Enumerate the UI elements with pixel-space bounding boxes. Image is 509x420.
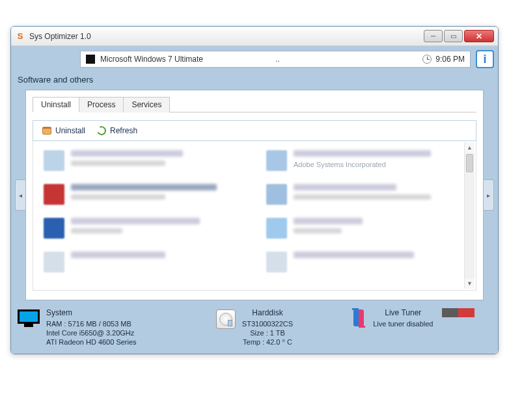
app-icon	[44, 150, 64, 171]
app-name	[294, 150, 431, 157]
tuner-icon	[353, 309, 364, 326]
windows-logo-icon	[86, 55, 95, 64]
hdd-temp: Temp : 42.0 ° C	[242, 338, 293, 346]
app-vendor	[71, 194, 165, 200]
app-name	[71, 150, 183, 157]
main-panel: Uninstall Process Services Uninstall Ref…	[25, 90, 484, 300]
topbar: Microsoft Windows 7 Ultimate .. 9:06 PM …	[15, 50, 494, 68]
hdd-size: Size : 1 TB	[242, 329, 293, 337]
refresh-button[interactable]: Refresh	[97, 126, 137, 135]
app-name	[294, 252, 414, 258]
list-item[interactable]	[44, 218, 243, 239]
system-title: System	[46, 308, 137, 317]
trash-icon	[42, 127, 51, 135]
app-icon	[44, 184, 64, 205]
app-window: S Sys Optimizer 1.0 ─ ▭ ✕ Microsoft Wind…	[10, 26, 499, 354]
list-item[interactable]	[44, 252, 243, 272]
refresh-icon	[96, 125, 107, 137]
monitor-icon	[18, 309, 40, 324]
app-icon	[266, 184, 287, 205]
scrollbar[interactable]: ▲ ▼	[464, 142, 475, 289]
tabstrip: Uninstall Process Services	[33, 97, 476, 112]
app-name	[294, 218, 363, 224]
titlebar[interactable]: S Sys Optimizer 1.0 ─ ▭ ✕	[11, 27, 498, 46]
info-button[interactable]: i	[476, 50, 494, 68]
toolbar: Uninstall Refresh	[33, 120, 476, 141]
maximize-button[interactable]: ▭	[444, 30, 463, 42]
expand-left-handle[interactable]: ◂	[15, 179, 25, 211]
app-icon	[266, 150, 287, 171]
scroll-up-button[interactable]: ▲	[465, 142, 475, 153]
list-item[interactable]	[44, 184, 243, 205]
client-area: Microsoft Windows 7 Ultimate .. 9:06 PM …	[11, 46, 498, 354]
app-vendor: Adobe Systems Incorporated	[294, 161, 465, 168]
stage: ◂ Uninstall Process Services Uninstall R…	[15, 90, 494, 300]
system-gpu: ATI Radeon HD 4600 Series	[46, 338, 137, 346]
app-name	[71, 184, 217, 190]
status-tuner: Live Tuner Live tuner disabled	[337, 308, 491, 329]
app-vendor	[294, 194, 431, 200]
hdd-model: ST31000322CS	[242, 320, 293, 328]
tuner-level-bar	[442, 308, 475, 317]
app-icon: S	[15, 31, 25, 42]
app-vendor	[71, 161, 165, 166]
tab-process[interactable]: Process	[79, 97, 124, 112]
info-icon: i	[483, 53, 486, 66]
clock-icon	[422, 55, 432, 64]
app-name	[71, 252, 165, 258]
refresh-label: Refresh	[110, 126, 137, 135]
window-title: Sys Optimizer 1.0	[29, 32, 424, 41]
system-ram: RAM : 5716 MB / 8053 MB	[46, 320, 137, 328]
app-vendor	[71, 228, 122, 233]
minimize-button[interactable]: ─	[424, 30, 443, 42]
close-button[interactable]: ✕	[464, 30, 494, 42]
os-panel: Microsoft Windows 7 Ultimate .. 9:06 PM	[80, 51, 471, 68]
clock-time: 9:06 PM	[435, 55, 465, 64]
expand-right-handle[interactable]: ▸	[484, 179, 494, 211]
list-item[interactable]: Adobe Systems Incorporated	[266, 150, 465, 171]
uninstall-label: Uninstall	[55, 126, 85, 135]
os-name: Microsoft Windows 7 Ultimate	[100, 55, 203, 64]
app-name	[294, 184, 396, 190]
program-list[interactable]: Adobe Systems Incorporated	[33, 141, 476, 291]
status-bar: System RAM : 5716 MB / 8053 MB Intel Cor…	[15, 308, 494, 350]
scroll-down-button[interactable]: ▼	[465, 278, 475, 289]
list-item[interactable]	[266, 218, 465, 239]
status-harddisk: Harddisk ST31000322CS Size : 1 TB Temp :…	[177, 308, 331, 347]
os-status-dots: ..	[275, 55, 280, 64]
scroll-thumb[interactable]	[466, 154, 473, 172]
tab-services[interactable]: Services	[123, 97, 170, 112]
app-name	[71, 218, 200, 224]
tuner-state: Live tuner disabled	[373, 320, 433, 328]
app-vendor	[294, 228, 342, 233]
app-icon	[44, 252, 64, 272]
status-system: System RAM : 5716 MB / 8053 MB Intel Cor…	[18, 308, 172, 347]
tab-uninstall[interactable]: Uninstall	[33, 97, 79, 112]
app-icon	[266, 218, 287, 239]
section-title: Software and others	[15, 72, 494, 90]
window-controls: ─ ▭ ✕	[424, 30, 494, 42]
tuner-title: Live Tuner	[373, 308, 433, 317]
app-icon	[44, 218, 64, 239]
system-cpu: Intel Core i5650@ 3.20GHz	[46, 329, 137, 337]
app-icon	[266, 252, 287, 272]
uninstall-button[interactable]: Uninstall	[42, 126, 85, 135]
hdd-title: Harddisk	[242, 308, 293, 317]
list-item[interactable]	[266, 252, 465, 272]
list-item[interactable]	[266, 184, 465, 205]
harddisk-icon	[216, 309, 236, 329]
list-item[interactable]	[44, 150, 243, 171]
